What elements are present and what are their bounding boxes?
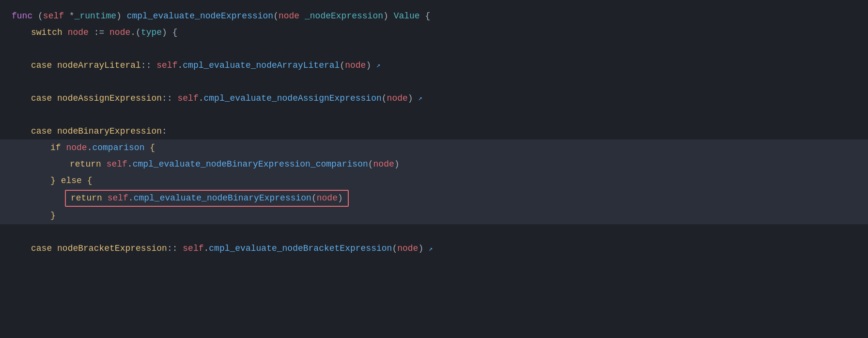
code-token: ( (382, 92, 387, 106)
code-token: ↗ (418, 93, 422, 104)
code-line (0, 74, 868, 90)
code-token: comparison (92, 141, 144, 155)
code-line: case nodeAssignExpression:: self.cmpl_ev… (0, 90, 868, 107)
code-token: return (70, 157, 101, 171)
code-token: node (279, 9, 299, 23)
code-token: := (89, 26, 109, 40)
code-token: ) { (162, 26, 177, 40)
code-token: node (387, 92, 408, 106)
code-token: { (87, 174, 93, 188)
code-token: self (183, 242, 203, 256)
code-token: nodeBinaryExpression (57, 124, 162, 138)
code-token (52, 59, 57, 73)
code-line (0, 41, 868, 57)
code-token: ) (394, 157, 400, 171)
code-token: self (177, 92, 198, 106)
code-token: ) (338, 193, 343, 203)
code-token: self (156, 59, 177, 73)
code-token: node (345, 59, 366, 73)
code-token (144, 141, 150, 155)
code-token: .( (130, 26, 141, 40)
code-token: cmpl_evaluate_nodeBracketExpression (209, 242, 392, 256)
code-token: . (199, 92, 204, 106)
code-token: case (31, 124, 52, 138)
code-token: cmpl_evaluate_nodeAssignExpression (204, 92, 382, 106)
code-token: ↗ (429, 244, 433, 254)
code-token: cmpl_evaluate_nodeBinaryExpression (134, 193, 311, 203)
code-token: ) (366, 59, 376, 73)
code-token: node (373, 157, 394, 171)
code-token (52, 92, 57, 106)
code-token: case (31, 59, 52, 73)
code-token (82, 174, 87, 188)
code-token: { (150, 141, 155, 155)
code-token: func (12, 9, 32, 23)
code-token: nodeBracketExpression (57, 242, 167, 256)
code-token: } (50, 174, 56, 188)
code-token: . (128, 193, 134, 203)
code-token: node (317, 193, 338, 203)
code-token: else (61, 174, 82, 188)
code-line: case nodeBracketExpression:: self.cmpl_e… (0, 241, 868, 257)
code-token (56, 174, 61, 188)
code-token: . (127, 157, 133, 171)
code-token: ) (418, 242, 429, 256)
selected-line-highlight: return self.cmpl_evaluate_nodeBinaryExpr… (65, 190, 349, 207)
code-token: if (50, 141, 61, 155)
code-token: case (31, 242, 52, 256)
code-line: case nodeBinaryExpression: (0, 123, 868, 139)
code-token: ( (311, 193, 317, 203)
code-token: cmpl_evaluate_nodeBinaryExpression_compa… (133, 157, 368, 171)
code-token: * (64, 9, 75, 23)
code-token: } (50, 209, 56, 223)
code-token: { (420, 9, 431, 23)
code-token: nodeAssignExpression (57, 92, 162, 106)
code-token: . (204, 242, 209, 256)
code-token: ) (383, 9, 394, 23)
code-token: :: (167, 242, 183, 256)
code-token: ) (116, 9, 127, 23)
code-token: Value (394, 9, 420, 23)
code-token: node (66, 141, 87, 155)
code-token: ( (392, 242, 397, 256)
code-token: :: (162, 92, 177, 106)
code-token (299, 9, 305, 23)
code-token: self (107, 157, 127, 171)
code-token: _runtime (75, 9, 116, 23)
code-line: } (0, 208, 868, 224)
code-token: type (141, 26, 162, 40)
code-line: func (self *_runtime) cmpl_evaluate_node… (0, 8, 868, 24)
code-token: cmpl_evaluate_nodeExpression (127, 9, 273, 23)
code-line (0, 107, 868, 123)
code-token: . (87, 141, 93, 155)
code-line (0, 224, 868, 241)
code-token (52, 124, 57, 138)
code-token: node (68, 26, 89, 40)
code-line: return self.cmpl_evaluate_nodeBinaryExpr… (0, 156, 868, 172)
code-line: if node.comparison { (0, 139, 868, 156)
code-token: case (31, 92, 52, 106)
code-token: _nodeExpression (305, 9, 383, 23)
code-token: ( (340, 59, 345, 73)
code-line: switch node := node.(type) { (0, 24, 868, 41)
code-token: cmpl_evaluate_nodeArrayLiteral (183, 59, 340, 73)
code-token: ( (32, 9, 43, 23)
code-token: ( (368, 157, 373, 171)
code-token (101, 157, 107, 171)
code-token: ) (408, 92, 418, 106)
code-token (102, 193, 108, 203)
code-line: } else { (0, 172, 868, 189)
code-token: :: (141, 59, 156, 73)
code-token: ↗ (376, 60, 380, 71)
code-token: node (109, 26, 130, 40)
code-token: self (108, 193, 128, 203)
code-line: return self.cmpl_evaluate_nodeBinaryExpr… (0, 189, 868, 208)
code-token: return (71, 193, 102, 203)
code-token: nodeArrayLiteral (57, 59, 141, 73)
code-token: : (162, 124, 167, 138)
code-token (61, 141, 66, 155)
code-token: switch (31, 26, 62, 40)
code-token: self (43, 9, 64, 23)
code-token (52, 242, 57, 256)
code-token: ( (273, 9, 279, 23)
